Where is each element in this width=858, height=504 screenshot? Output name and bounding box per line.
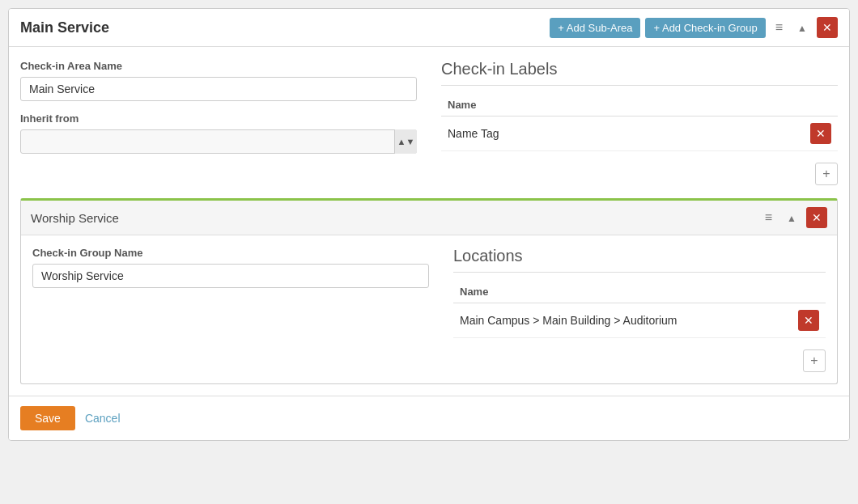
remove-location-button[interactable]: ✕ xyxy=(798,310,819,331)
checkin-group-name-label: Check-in Group Name xyxy=(32,247,429,259)
locations-column-name: Name xyxy=(453,281,826,303)
location-main-campus: Main Campus > Main Building > Auditorium xyxy=(460,314,677,327)
checkin-label-name-tag: Name Tag xyxy=(448,127,499,140)
plus-icon: + xyxy=(810,354,818,368)
close-main-service-button[interactable]: ✕ xyxy=(817,17,838,38)
menu-icon: ≡ xyxy=(775,20,783,34)
close-icon: ✕ xyxy=(816,127,826,140)
bottom-bar: Save Cancel xyxy=(9,396,849,440)
checkin-labels-column-name: Name xyxy=(441,94,838,116)
worship-up-icon: ▲ xyxy=(787,213,796,224)
right-panel-locations: Locations Name Main Campus > Main Buildi… xyxy=(453,247,826,372)
checkin-area-name-label: Check-in Area Name xyxy=(20,60,417,72)
inherit-from-select[interactable] xyxy=(20,129,417,154)
inherit-select-wrapper: ▲▼ xyxy=(20,129,417,154)
locations-title: Locations xyxy=(453,247,826,273)
main-content: Check-in Area Name Inherit from ▲▼ Check… xyxy=(9,47,849,198)
add-label-button[interactable]: + xyxy=(815,163,838,185)
worship-service-header: Worship Service ≡ ▲ ✕ xyxy=(21,201,837,235)
close-worship-service-button[interactable]: ✕ xyxy=(806,207,827,228)
inherit-from-label: Inherit from xyxy=(20,112,417,125)
left-panel: Check-in Area Name Inherit from ▲▼ xyxy=(20,60,417,185)
table-row: Name Tag ✕ xyxy=(441,116,838,151)
collapse-icon-button[interactable]: ▲ xyxy=(792,18,812,37)
cancel-button[interactable]: Cancel xyxy=(85,412,121,425)
main-container: Main Service + Add Sub-Area + Add Check-… xyxy=(8,8,850,441)
main-service-header: Main Service + Add Sub-Area + Add Check-… xyxy=(9,9,849,47)
plus-icon: + xyxy=(822,167,830,181)
menu-icon-button[interactable]: ≡ xyxy=(771,18,788,37)
add-checkin-group-button[interactable]: + Add Check-in Group xyxy=(645,18,765,38)
checkin-area-name-input[interactable] xyxy=(20,77,417,101)
close-icon: ✕ xyxy=(804,314,813,327)
checkin-labels-title: Check-in Labels xyxy=(441,60,838,86)
checkin-group-name-input[interactable] xyxy=(32,264,429,288)
worship-menu-icon-button[interactable]: ≡ xyxy=(760,208,777,227)
add-label-row: + xyxy=(441,156,838,185)
up-icon: ▲ xyxy=(797,23,807,34)
remove-name-tag-button[interactable]: ✕ xyxy=(810,123,831,144)
table-row: Main Campus > Main Building > Auditorium… xyxy=(453,303,826,338)
add-location-button[interactable]: + xyxy=(803,349,826,372)
worship-menu-icon: ≡ xyxy=(765,210,772,224)
save-button[interactable]: Save xyxy=(20,406,75,430)
close-icon: ✕ xyxy=(822,21,832,34)
worship-content: Check-in Group Name Locations Name Main … xyxy=(21,235,837,383)
right-panel-checkin-labels: Check-in Labels Name Name Tag ✕ + xyxy=(441,60,838,185)
add-sub-area-button[interactable]: + Add Sub-Area xyxy=(550,18,640,38)
worship-close-icon: ✕ xyxy=(812,211,822,224)
add-location-row: + xyxy=(453,343,826,372)
worship-collapse-icon-button[interactable]: ▲ xyxy=(782,208,801,227)
worship-service-title: Worship Service xyxy=(31,211,119,225)
header-actions: + Add Sub-Area + Add Check-in Group ≡ ▲ … xyxy=(550,17,838,38)
worship-left-panel: Check-in Group Name xyxy=(32,247,429,372)
worship-actions: ≡ ▲ ✕ xyxy=(760,207,827,228)
worship-service-section: Worship Service ≡ ▲ ✕ Check-in Group Nam… xyxy=(20,198,838,384)
main-service-title: Main Service xyxy=(20,19,109,36)
